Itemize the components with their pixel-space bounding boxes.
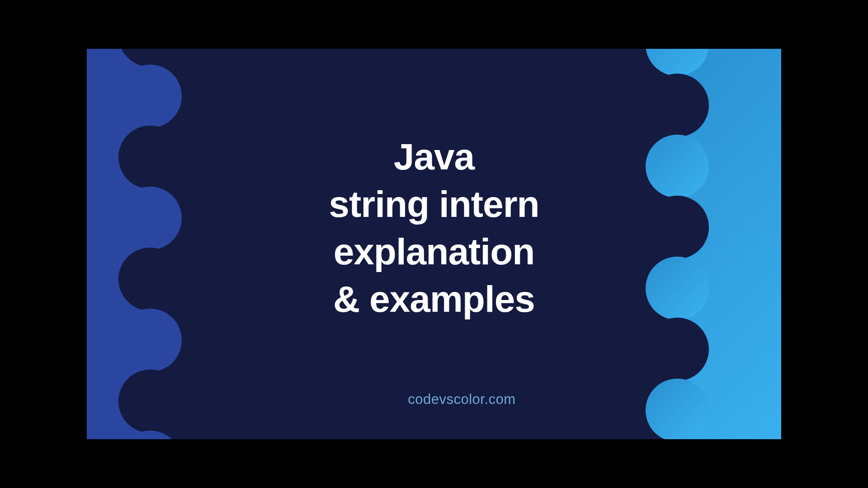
blob-bump — [646, 196, 709, 259]
watermark-text: codevscolor.com — [408, 391, 515, 408]
blob-notch — [118, 65, 182, 128]
blob-notch — [646, 135, 709, 198]
blob-bump — [118, 126, 182, 189]
blob-notch — [118, 309, 182, 372]
blob-notch — [646, 257, 709, 320]
hero-card: Java string intern explanation & example… — [87, 49, 781, 439]
blob-notch — [118, 187, 182, 250]
title-line-2: string intern — [329, 181, 539, 228]
blob-bump — [118, 370, 182, 433]
blob-bump — [646, 318, 709, 381]
title-line-4: & examples — [329, 276, 539, 323]
title-line-3: explanation — [329, 228, 539, 276]
blob-bump — [646, 74, 709, 137]
blob-notch — [646, 379, 709, 439]
page-title: Java string intern explanation & example… — [329, 134, 539, 324]
blob-bump — [118, 248, 182, 311]
title-line-1: Java — [329, 134, 539, 181]
